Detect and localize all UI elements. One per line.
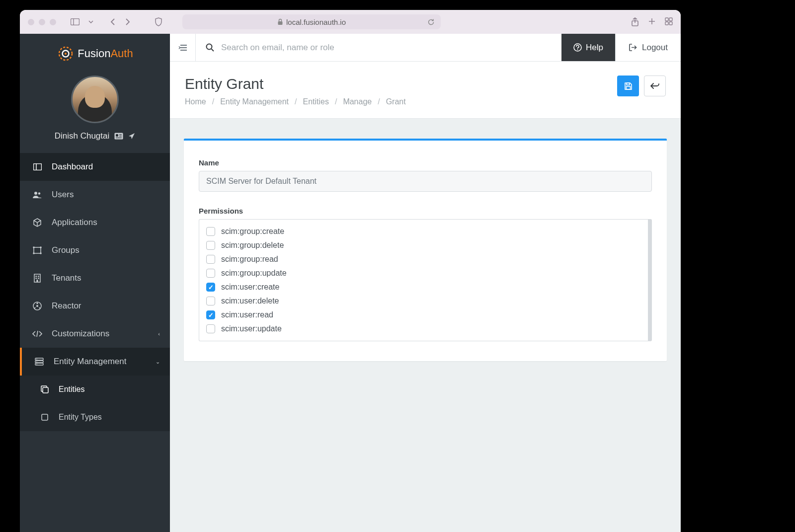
id-card-icon[interactable] xyxy=(114,133,123,140)
permissions-label: Permissions xyxy=(199,207,652,215)
chevron-down-icon: ⌄ xyxy=(156,359,160,365)
permission-label: scim:group:update xyxy=(221,269,287,278)
permission-checkbox[interactable] xyxy=(206,255,215,264)
sidebar-item-label: Entity Types xyxy=(59,413,102,422)
search-input[interactable] xyxy=(221,43,552,53)
svg-point-46 xyxy=(207,44,212,50)
breadcrumb-item[interactable]: Manage xyxy=(343,97,372,106)
permission-row: scim:user:delete xyxy=(206,294,641,308)
tabs-overview-icon[interactable] xyxy=(665,17,673,26)
search-icon xyxy=(206,43,214,52)
close-window-icon[interactable] xyxy=(28,19,34,25)
sidebar-item-tenants[interactable]: Tenants xyxy=(20,264,170,292)
logout-button[interactable]: Logout xyxy=(615,34,681,61)
permission-label: scim:user:delete xyxy=(221,297,279,305)
permission-checkbox[interactable] xyxy=(206,310,215,319)
sidebar-item-label: Users xyxy=(52,190,74,200)
minimize-window-icon[interactable] xyxy=(39,19,45,25)
avatar[interactable] xyxy=(71,76,119,123)
sidebar-item-label: Entity Management xyxy=(54,357,126,367)
logo-icon xyxy=(57,45,75,63)
svg-rect-14 xyxy=(116,134,118,137)
breadcrumb: Home/ Entity Management/ Entities/ Manag… xyxy=(185,97,617,106)
sidebar-item-label: Dashboard xyxy=(52,162,93,172)
sidebar-item-users[interactable]: Users xyxy=(20,181,170,209)
permission-label: scim:user:create xyxy=(221,283,279,292)
permission-label: scim:group:delete xyxy=(221,241,284,250)
browser-chrome: local.fusionauth.io xyxy=(20,10,681,34)
refresh-icon[interactable] xyxy=(427,18,435,26)
permission-checkbox[interactable] xyxy=(206,324,215,333)
svg-rect-50 xyxy=(627,83,630,85)
sidebar-item-entity-types[interactable]: Entity Types xyxy=(20,403,170,431)
svg-rect-2 xyxy=(278,21,282,25)
save-button[interactable] xyxy=(617,76,639,96)
cube-icon xyxy=(32,218,43,227)
location-arrow-icon[interactable] xyxy=(128,133,135,140)
permission-checkbox[interactable] xyxy=(206,227,215,236)
main: Help Logout Entity Grant Home/ Entity Ma… xyxy=(170,34,681,532)
breadcrumb-item[interactable]: Entities xyxy=(303,97,328,106)
breadcrumb-item[interactable]: Entity Management xyxy=(220,97,289,106)
svg-point-25 xyxy=(33,252,35,254)
permission-row: scim:user:create xyxy=(206,280,641,294)
permission-label: scim:group:read xyxy=(221,255,278,264)
permission-checkbox[interactable] xyxy=(206,241,215,250)
permission-label: scim:group:create xyxy=(221,227,284,236)
sidebar-item-label: Customizations xyxy=(52,329,109,339)
sidebar-item-entity-management[interactable]: Entity Management ⌄ xyxy=(20,348,170,376)
dashboard-icon xyxy=(32,163,43,170)
content: Name Permissions scim:group:createscim:g… xyxy=(170,119,681,381)
lock-icon xyxy=(277,18,283,25)
svg-rect-51 xyxy=(626,86,630,89)
form-card: Name Permissions scim:group:createscim:g… xyxy=(184,139,667,361)
sidebar-item-applications[interactable]: Applications xyxy=(20,209,170,236)
name-field[interactable] xyxy=(199,171,652,192)
shield-icon[interactable] xyxy=(151,17,166,26)
new-tab-icon[interactable] xyxy=(648,17,656,26)
copy-icon xyxy=(40,385,50,393)
svg-point-21 xyxy=(38,192,40,194)
groups-icon xyxy=(32,246,43,254)
help-label: Help xyxy=(586,43,603,53)
svg-rect-30 xyxy=(36,278,37,279)
collapse-sidebar-icon[interactable] xyxy=(170,34,196,61)
permission-checkbox[interactable] xyxy=(206,269,215,278)
breadcrumb-item[interactable]: Home xyxy=(185,97,206,106)
permission-checkbox[interactable] xyxy=(206,297,215,305)
sidebar-item-reactor[interactable]: Reactor xyxy=(20,292,170,320)
svg-point-38 xyxy=(36,359,37,360)
back-button[interactable] xyxy=(644,76,666,96)
building-icon xyxy=(32,274,43,283)
logo: FusionAuth xyxy=(20,34,170,72)
sidebar-item-entities[interactable]: Entities xyxy=(20,376,170,403)
help-button[interactable]: Help xyxy=(561,34,615,61)
url-bar[interactable]: local.fusionauth.io xyxy=(182,14,441,29)
sidebar-item-customizations[interactable]: Customizations ‹ xyxy=(20,320,170,348)
svg-point-26 xyxy=(40,252,42,254)
profile: Dinish Chugtai xyxy=(20,72,170,153)
sidebar: FusionAuth Dinish Chugtai xyxy=(20,34,170,532)
back-icon[interactable] xyxy=(106,16,120,28)
svg-rect-8 xyxy=(665,22,668,25)
sidebar-item-dashboard[interactable]: Dashboard xyxy=(20,153,170,181)
chevron-down-icon[interactable] xyxy=(84,16,98,28)
search-box xyxy=(196,43,561,53)
svg-rect-0 xyxy=(71,19,80,25)
breadcrumb-item: Grant xyxy=(386,97,406,106)
url-text: local.fusionauth.io xyxy=(286,18,346,26)
sidebar-item-label: Applications xyxy=(52,218,97,228)
maximize-window-icon[interactable] xyxy=(50,19,56,25)
topbar: Help Logout xyxy=(170,34,681,62)
sidebar-item-groups[interactable]: Groups xyxy=(20,236,170,264)
svg-point-49 xyxy=(577,49,578,50)
forward-icon[interactable] xyxy=(121,16,135,28)
permission-row: scim:user:update xyxy=(206,322,641,336)
svg-rect-7 xyxy=(669,18,672,21)
permission-checkbox[interactable] xyxy=(206,283,215,292)
share-icon[interactable] xyxy=(631,17,639,26)
sidebar-toggle-icon[interactable] xyxy=(68,16,82,28)
svg-rect-28 xyxy=(36,276,37,277)
svg-rect-22 xyxy=(34,247,41,253)
square-icon xyxy=(40,414,50,421)
